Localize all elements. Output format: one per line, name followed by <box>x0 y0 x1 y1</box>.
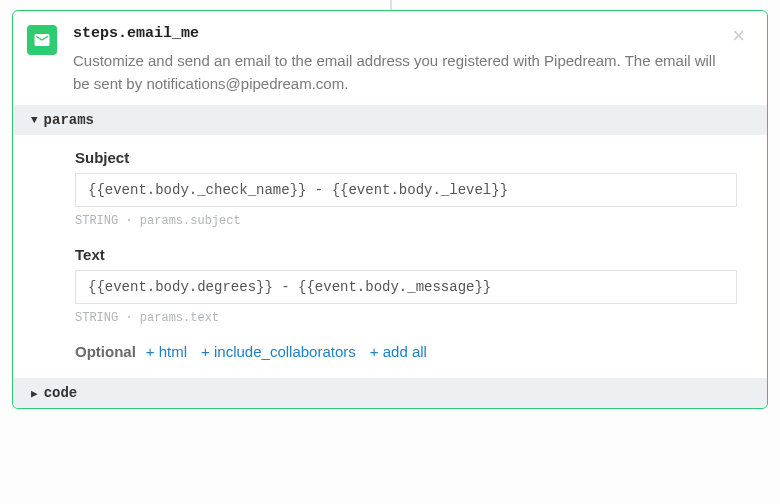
step-header: steps.email_me Customize and send an ema… <box>13 11 767 105</box>
optional-include-collaborators-link[interactable]: + include_collaborators <box>201 343 356 360</box>
text-input[interactable] <box>75 270 737 304</box>
params-section-toggle[interactable]: ▼ params <box>13 105 767 135</box>
triangle-down-icon: ▼ <box>31 114 38 126</box>
step-name[interactable]: steps.email_me <box>73 25 728 42</box>
optional-params-row: Optional + html + include_collaborators … <box>75 343 737 360</box>
triangle-right-icon: ▶ <box>31 387 38 400</box>
params-section-label: params <box>44 112 94 128</box>
close-icon[interactable]: × <box>728 25 749 47</box>
text-meta: STRING · params.text <box>75 311 737 325</box>
step-card: steps.email_me Customize and send an ema… <box>12 10 768 409</box>
subject-meta: STRING · params.subject <box>75 214 737 228</box>
field-subject: Subject STRING · params.subject <box>75 149 737 228</box>
optional-add-all-link[interactable]: + add all <box>370 343 427 360</box>
flow-connector-line <box>390 0 392 10</box>
text-label: Text <box>75 246 737 263</box>
params-body: Subject STRING · params.subject Text STR… <box>13 135 767 378</box>
optional-label: Optional <box>75 343 136 360</box>
code-section-label: code <box>44 385 78 401</box>
email-icon <box>27 25 57 55</box>
subject-input[interactable] <box>75 173 737 207</box>
step-description: Customize and send an email to the email… <box>73 50 728 95</box>
optional-html-link[interactable]: + html <box>146 343 187 360</box>
field-text: Text STRING · params.text <box>75 246 737 325</box>
code-section-toggle[interactable]: ▶ code <box>13 378 767 408</box>
subject-label: Subject <box>75 149 737 166</box>
